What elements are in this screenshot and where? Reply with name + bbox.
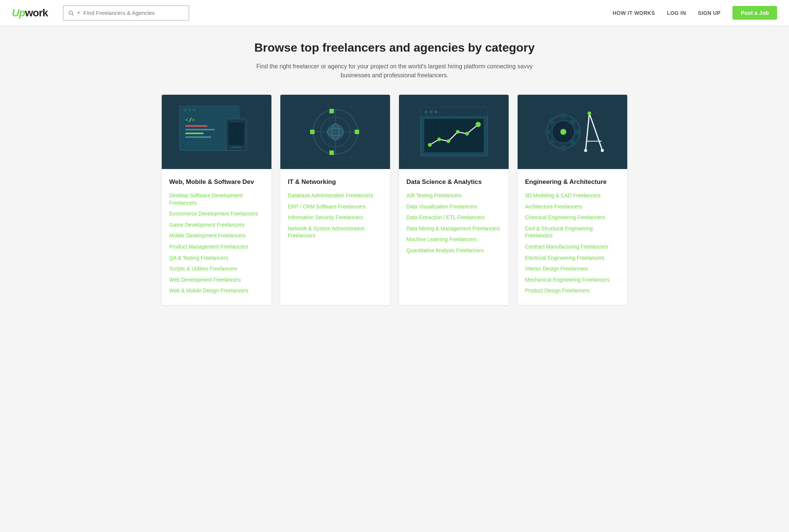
category-card-web-mobile-software: < / > Web, Mobile & Software DevDesktop … — [162, 95, 271, 305]
list-item: Scripts & Utilities Freelancers — [169, 265, 264, 273]
svg-line-53 — [589, 113, 602, 150]
svg-rect-16 — [232, 147, 241, 148]
category-link[interactable]: ERP / CRM Software Freelancers — [288, 204, 365, 210]
category-link[interactable]: Civil & Structural Engineering Freelance… — [525, 226, 593, 239]
category-link[interactable]: QA & Testing Freelancers — [169, 255, 228, 261]
category-links-data-science-analytics: A/B Testing FreelancersData Visualizatio… — [406, 192, 501, 254]
category-image-data-science-analytics — [399, 95, 509, 169]
category-link[interactable]: 3D Modeling & CAD Freelancers — [525, 192, 600, 198]
svg-rect-51 — [569, 139, 576, 146]
category-title-it-networking: IT & Networking — [288, 178, 383, 186]
category-title-web-mobile-software: Web, Mobile & Software Dev — [169, 178, 264, 186]
svg-point-23 — [332, 124, 339, 140]
category-link[interactable]: Contract Manufacturing Freelancers — [525, 244, 608, 250]
svg-rect-34 — [424, 119, 484, 152]
category-link[interactable]: Web Development Freelancers — [169, 277, 241, 283]
category-card-it-networking: IT & NetworkingDatabase Administration F… — [280, 95, 390, 305]
svg-point-57 — [601, 149, 604, 152]
nav-links: HOW IT WORKS LOG IN SIGN UP Post a Job — [613, 6, 777, 20]
category-link[interactable]: Information Security Freelancers — [288, 214, 363, 220]
page-subtitle: Find the right freelancer or agency for … — [246, 62, 543, 80]
category-links-engineering-architecture: 3D Modeling & CAD FreelancersArchitectur… — [525, 192, 620, 295]
svg-point-42 — [552, 121, 574, 143]
nav-log-in[interactable]: LOG IN — [667, 10, 686, 16]
svg-line-52 — [586, 113, 589, 150]
category-title-engineering-architecture: Engineering & Architecture — [525, 178, 620, 186]
svg-rect-30 — [421, 108, 487, 116]
list-item: Mobile Development Freelancers — [169, 232, 264, 240]
list-item: Web Development Freelancers — [169, 276, 264, 284]
category-link[interactable]: Quantitative Analysis Freelancers — [406, 247, 484, 253]
search-dropdown-arrow[interactable]: ▼ — [77, 11, 81, 15]
search-bar[interactable]: ▼ — [63, 5, 189, 21]
list-item: Chemical Engineering Freelancers — [525, 214, 620, 221]
category-image-it-networking — [280, 95, 390, 169]
category-link[interactable]: Product Management Freelancers — [169, 244, 248, 250]
svg-rect-47 — [574, 130, 580, 134]
svg-text:/: / — [189, 117, 192, 123]
list-item: Desktop Software Development Freelancers — [169, 192, 264, 207]
category-link[interactable]: Game Development Freelancers — [169, 222, 244, 228]
search-input[interactable] — [84, 10, 184, 16]
list-item: Mechanical Engineering Freelancers — [525, 276, 620, 284]
post-job-button[interactable]: Post a Job — [732, 6, 777, 20]
category-link[interactable]: Ecommerce Development Freelancers — [169, 211, 258, 217]
category-link[interactable]: Mobile Development Freelancers — [169, 233, 245, 239]
svg-point-31 — [425, 110, 428, 113]
svg-rect-44 — [561, 113, 566, 119]
category-links-web-mobile-software: Desktop Software Development Freelancers… — [169, 192, 264, 295]
category-link[interactable]: Machine Learning Freelancers — [406, 236, 477, 242]
category-link[interactable]: Network & System Administration Freelanc… — [288, 226, 365, 239]
category-link[interactable]: Data Mining & Management Freelancers — [406, 226, 500, 231]
list-item: Database Administration Freelancers — [288, 192, 383, 200]
svg-point-33 — [434, 110, 437, 113]
svg-point-38 — [456, 130, 460, 134]
svg-rect-29 — [421, 108, 487, 156]
category-link[interactable]: Product Design Freelancers — [525, 288, 590, 293]
list-item: ERP / CRM Software Freelancers — [288, 203, 383, 211]
category-link[interactable]: A/B Testing Freelancers — [406, 192, 461, 198]
category-link[interactable]: Data Visualization Freelancers — [406, 204, 477, 210]
svg-point-39 — [465, 132, 469, 136]
svg-point-56 — [584, 149, 587, 152]
list-item: Architecture Freelancers — [525, 203, 620, 211]
svg-rect-15 — [229, 123, 244, 145]
nav-sign-up[interactable]: SIGN UP — [698, 10, 721, 16]
list-item: Game Development Freelancers — [169, 221, 264, 229]
category-link[interactable]: Scripts & Utilities Freelancers — [169, 266, 237, 272]
list-item: Data Visualization Freelancers — [406, 203, 501, 211]
svg-rect-3 — [180, 106, 239, 114]
svg-point-35 — [428, 143, 432, 147]
nav-how-it-works[interactable]: HOW IT WORKS — [613, 10, 655, 16]
svg-text:>: > — [192, 117, 195, 123]
category-link[interactable]: Electrical Engineering Freelancers — [525, 255, 604, 261]
logo[interactable]: Upwork — [12, 7, 48, 19]
svg-rect-46 — [545, 130, 550, 134]
svg-rect-13 — [185, 136, 211, 138]
category-link[interactable]: Mechanical Engineering Freelancers — [525, 277, 609, 283]
category-link[interactable]: Interior Design Freelancers — [525, 266, 588, 272]
category-link[interactable]: Database Administration Freelancers — [288, 192, 373, 198]
category-image-web-mobile-software: < / > — [162, 95, 271, 169]
svg-line-1 — [72, 14, 74, 16]
svg-rect-14 — [226, 119, 247, 150]
category-link[interactable]: Architecture Freelancers — [525, 204, 582, 210]
svg-rect-11 — [185, 129, 215, 130]
svg-rect-12 — [185, 133, 204, 134]
svg-point-22 — [327, 124, 344, 140]
category-card-engineering-architecture: Engineering & Architecture3D Modeling & … — [518, 95, 627, 305]
list-item: Machine Learning Freelancers — [406, 236, 501, 243]
logo-text: Upwork — [12, 7, 48, 19]
svg-rect-2 — [180, 106, 239, 150]
category-link[interactable]: Data Extraction / ETL Freelancers — [406, 214, 484, 220]
category-link[interactable]: Chemical Engineering Freelancers — [525, 214, 605, 220]
svg-point-0 — [69, 11, 72, 14]
category-link[interactable]: Desktop Software Development Freelancers — [169, 192, 242, 206]
category-link[interactable]: Web & Mobile Design Freelancers — [169, 288, 248, 293]
category-image-engineering-architecture — [518, 95, 627, 169]
list-item: Information Security Freelancers — [288, 214, 383, 221]
svg-point-40 — [476, 122, 481, 127]
svg-rect-26 — [329, 150, 334, 155]
svg-point-6 — [193, 108, 196, 111]
list-item: Contract Manufacturing Freelancers — [525, 243, 620, 251]
